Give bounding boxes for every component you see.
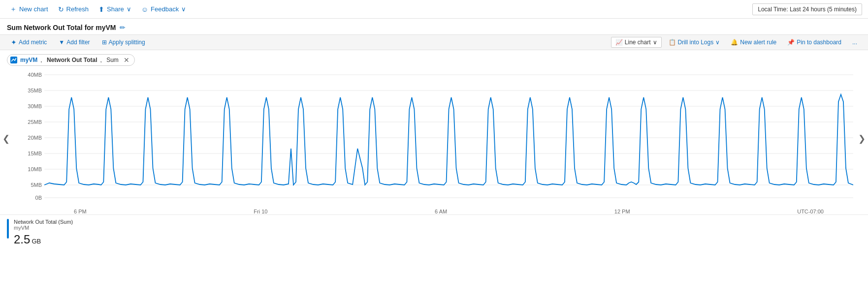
svg-text:35MB: 35MB (28, 88, 42, 93)
svg-text:20MB: 20MB (28, 135, 42, 141)
legend-value: 2.5 GB (14, 233, 861, 246)
add-metric-button[interactable]: ✦ Add metric (7, 37, 51, 48)
alert-icon: 🔔 (731, 39, 738, 46)
edit-icon[interactable]: ✏ (120, 24, 126, 31)
chart-type-button[interactable]: 📈 Line chart ∨ (611, 37, 662, 48)
refresh-icon: ↻ (58, 5, 64, 13)
share-button[interactable]: ⬆ Share ∨ (95, 3, 135, 15)
line-chart-icon: 📈 (615, 39, 623, 46)
line-chart-chevron-icon: ∨ (653, 39, 657, 46)
legend-metric-name: Network Out Total (Sum) (14, 219, 861, 225)
x-axis-labels: 6 PM Fri 10 6 AM 12 PM UTC-07:00 (15, 208, 853, 214)
toolbar-right: Local Time: Last 24 hours (5 minutes) (752, 3, 862, 15)
x-label-6am: 6 AM (435, 209, 447, 214)
svg-text:15MB: 15MB (28, 150, 42, 156)
new-alert-rule-button[interactable]: 🔔 New alert rule (727, 37, 780, 47)
pin-to-dashboard-button[interactable]: 📌 Pin to dashboard (783, 37, 845, 47)
legend-value-number: 2.5 (14, 233, 30, 246)
add-metric-icon: ✦ (11, 38, 17, 46)
legend-pill-row: myVM, Network Out Total, Sum ✕ (0, 50, 868, 70)
svg-text:40MB: 40MB (28, 72, 42, 78)
x-label-12pm: 12 PM (614, 209, 630, 214)
pill-close-button[interactable]: ✕ (124, 56, 129, 64)
svg-text:0B: 0B (35, 195, 42, 201)
time-range-button[interactable]: Local Time: Last 24 hours (5 minutes) (752, 3, 862, 15)
chart-nav-left-button[interactable]: ❮ (2, 133, 10, 144)
x-label-6pm: 6 PM (74, 209, 87, 214)
metric-toolbar-right: 📈 Line chart ∨ 📋 Drill into Logs ∨ 🔔 New… (611, 37, 861, 48)
pill-metric: Network Out Total (47, 57, 97, 63)
x-label-utc: UTC-07:00 (797, 209, 824, 214)
refresh-button[interactable]: ↻ Refresh (54, 3, 93, 15)
apply-splitting-button[interactable]: ⊞ Apply splitting (98, 37, 149, 47)
metric-toolbar-left: ✦ Add metric ▼ Add filter ⊞ Apply splitt… (7, 37, 607, 48)
splitting-icon: ⊞ (102, 39, 107, 46)
chart-title: Sum Network Out Total for myVM (7, 24, 116, 31)
pill-vm: myVM (20, 57, 37, 63)
legend-color-bar (7, 219, 9, 239)
main-toolbar: ＋ New chart ↻ Refresh ⬆ Share ∨ ☺ Feedba… (0, 0, 868, 19)
legend-vm-name: myVM (14, 225, 861, 231)
svg-text:5MB: 5MB (31, 182, 42, 188)
pin-icon: 📌 (787, 39, 795, 46)
plus-icon: ＋ (10, 5, 17, 14)
metric-pill: myVM, Network Out Total, Sum ✕ (7, 54, 135, 66)
svg-text:30MB: 30MB (28, 103, 42, 109)
drill-chevron-icon: ∨ (715, 39, 720, 46)
pill-aggregation: Sum (106, 57, 119, 63)
toolbar-left: ＋ New chart ↻ Refresh ⬆ Share ∨ ☺ Feedba… (6, 3, 752, 16)
legend-section: Network Out Total (Sum) myVM 2.5 GB (0, 214, 868, 250)
logs-icon: 📋 (669, 39, 676, 46)
chart-svg: 40MB 35MB 30MB 25MB 20MB 15MB 10MB 5MB 0… (15, 70, 853, 208)
share-icon: ⬆ (98, 5, 104, 13)
pill-chart-icon (10, 57, 17, 63)
x-label-fri10: Fri 10 (254, 209, 267, 214)
more-options-button[interactable]: ... (848, 37, 861, 47)
legend-value-unit: GB (32, 238, 41, 245)
new-chart-button[interactable]: ＋ New chart (6, 3, 52, 16)
chart-nav-right-button[interactable]: ❯ (858, 133, 866, 144)
svg-text:10MB: 10MB (28, 166, 42, 172)
feedback-button[interactable]: ☺ Feedback ∨ (137, 3, 190, 15)
metric-toolbar: ✦ Add metric ▼ Add filter ⊞ Apply splitt… (0, 34, 868, 50)
add-filter-button[interactable]: ▼ Add filter (55, 37, 94, 47)
feedback-chevron-icon: ∨ (181, 5, 186, 13)
legend-text: Network Out Total (Sum) myVM 2.5 GB (14, 219, 861, 246)
chart-title-row: Sum Network Out Total for myVM ✏ (0, 19, 868, 34)
share-chevron-icon: ∨ (127, 5, 131, 13)
drill-into-logs-button[interactable]: 📋 Drill into Logs ∨ (665, 37, 724, 47)
filter-icon: ▼ (59, 39, 64, 46)
svg-text:25MB: 25MB (28, 119, 42, 125)
smiley-icon: ☺ (141, 5, 148, 13)
chart-wrapper: ❮ ❯ 40MB 35MB 30MB 25MB 20MB 15MB 10MB 5… (15, 70, 853, 208)
